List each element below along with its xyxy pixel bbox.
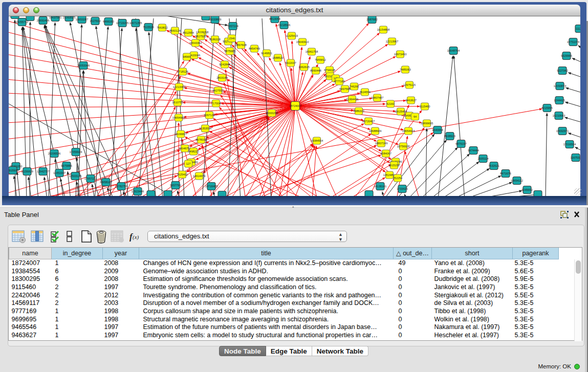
svg-text:11353594: 11353594 [199, 127, 211, 130]
svg-text:10807487: 10807487 [371, 96, 383, 99]
svg-text:1546: 1546 [229, 37, 235, 40]
svg-text:19166827: 19166827 [175, 133, 187, 136]
svg-text:12503135: 12503135 [69, 174, 81, 178]
svg-text:7955812: 7955812 [315, 58, 325, 61]
svg-text:717004: 717004 [211, 102, 221, 105]
svg-text:252254: 252254 [393, 177, 402, 180]
svg-text:5322037: 5322037 [285, 61, 296, 64]
svg-text:2935114: 2935114 [477, 157, 488, 160]
svg-text:16033809: 16033809 [209, 18, 221, 21]
svg-text:(x): (x) [133, 234, 139, 240]
svg-text:10958107: 10958107 [100, 181, 112, 184]
svg-text:1615152: 1615152 [388, 164, 399, 167]
svg-text:12213967: 12213967 [386, 40, 398, 43]
svg-text:7663822: 7663822 [157, 26, 167, 29]
svg-text:746266: 746266 [350, 85, 359, 88]
svg-text:1588520: 1588520 [272, 56, 283, 59]
svg-text:17957223: 17957223 [84, 177, 97, 180]
svg-text:19384554: 19384554 [311, 139, 323, 142]
svg-text:1362615: 1362615 [298, 65, 309, 69]
svg-text:12975115: 12975115 [403, 83, 416, 86]
svg-text:5498222: 5498222 [188, 150, 199, 153]
svg-text:10025458: 10025458 [395, 110, 407, 113]
svg-text:19055712: 19055712 [16, 20, 28, 24]
svg-text:8427552: 8427552 [212, 89, 223, 92]
svg-text:9975886: 9975886 [61, 164, 72, 167]
svg-text:21063525: 21063525 [63, 16, 75, 19]
svg-text:11156829: 11156829 [21, 170, 33, 173]
svg-text:19654985: 19654985 [172, 116, 185, 119]
svg-text:7485063: 7485063 [400, 68, 410, 71]
svg-text:12213369: 12213369 [173, 85, 185, 89]
svg-text:2803144: 2803144 [216, 76, 227, 79]
svg-text:9245652: 9245652 [521, 188, 532, 191]
svg-text:14136141: 14136141 [374, 185, 386, 188]
svg-text:9657791: 9657791 [170, 184, 181, 187]
svg-text:16210643: 16210643 [553, 114, 565, 117]
svg-text:15751074: 15751074 [567, 40, 579, 43]
svg-text:3624554: 3624554 [359, 91, 370, 94]
svg-text:6794028: 6794028 [324, 69, 335, 72]
svg-text:1610755: 1610755 [172, 101, 183, 104]
svg-text:17359924: 17359924 [70, 150, 82, 154]
svg-text:8678332: 8678332 [195, 138, 206, 141]
svg-text:12093873: 12093873 [554, 84, 566, 87]
svg-text:6497568: 6497568 [339, 87, 350, 91]
svg-text:15640910: 15640910 [296, 40, 309, 43]
svg-text:9827500: 9827500 [195, 35, 206, 38]
svg-text:8454749: 8454749 [249, 47, 259, 50]
svg-text:8186328: 8186328 [209, 38, 220, 41]
svg-text:15720407: 15720407 [362, 120, 375, 123]
svg-text:7632621: 7632621 [488, 164, 499, 167]
svg-text:1244415: 1244415 [554, 99, 564, 102]
svg-text:10973493: 10973493 [394, 53, 406, 56]
svg-text:8215955: 8215955 [541, 106, 552, 110]
svg-text:11451947: 11451947 [53, 171, 66, 174]
svg-text:2718126: 2718126 [177, 70, 188, 73]
svg-text:16961758: 16961758 [306, 50, 318, 53]
svg-text:3267130: 3267130 [204, 114, 214, 117]
svg-text:10899695: 10899695 [421, 122, 433, 125]
svg-text:11123: 11123 [576, 27, 580, 30]
svg-text:16782759: 16782759 [115, 185, 127, 188]
svg-text:10671355: 10671355 [129, 21, 142, 25]
svg-text:12942737: 12942737 [37, 170, 49, 173]
svg-text:5875685: 5875685 [224, 50, 235, 53]
svg-text:1527602: 1527602 [90, 19, 100, 23]
svg-text:17016504: 17016504 [563, 143, 576, 146]
svg-text:127: 127 [186, 162, 190, 165]
svg-text:6466160: 6466160 [103, 20, 114, 23]
svg-text:9115460: 9115460 [419, 105, 430, 108]
svg-text:9474444: 9474444 [468, 149, 478, 152]
svg-text:10719155: 10719155 [116, 21, 128, 25]
svg-text:12923446: 12923446 [132, 190, 144, 193]
svg-text:1733426: 1733426 [397, 187, 407, 190]
svg-text:64: 64 [413, 115, 417, 118]
svg-text:7625402: 7625402 [177, 173, 187, 176]
svg-text:9084067: 9084067 [380, 152, 391, 155]
svg-text:21364436: 21364436 [346, 98, 358, 101]
svg-text:8813054: 8813054 [269, 17, 280, 20]
svg-text:15692971: 15692971 [556, 129, 569, 133]
svg-text:15218506: 15218506 [278, 24, 290, 27]
svg-text:19716485: 19716485 [205, 185, 217, 188]
svg-text:16543362: 16543362 [189, 41, 202, 45]
svg-text:3915930: 3915930 [9, 169, 18, 172]
svg-text:18807249: 18807249 [375, 142, 387, 145]
svg-text:8912954: 8912954 [183, 31, 193, 34]
svg-text:6879197: 6879197 [455, 142, 466, 145]
svg-text:9227342: 9227342 [557, 69, 568, 72]
svg-text:16154808: 16154808 [377, 28, 389, 31]
svg-text:62160: 62160 [386, 102, 394, 105]
svg-text:2087682: 2087682 [366, 18, 377, 21]
svg-text:14914479: 14914479 [193, 174, 205, 178]
svg-text:98965: 98965 [183, 55, 190, 58]
svg-text:1640954: 1640954 [432, 128, 443, 132]
svg-text:18724007: 18724007 [289, 104, 301, 107]
svg-text:9777169: 9777169 [334, 80, 344, 83]
svg-text:8660124: 8660124 [169, 29, 180, 32]
svg-text:2867608: 2867608 [235, 43, 246, 47]
svg-text:10654112: 10654112 [511, 179, 523, 182]
svg-text:19654923: 19654923 [402, 129, 415, 133]
svg-text:9329966: 9329966 [561, 54, 572, 57]
